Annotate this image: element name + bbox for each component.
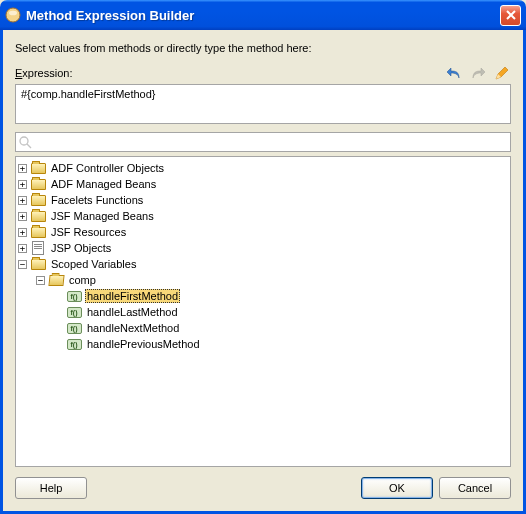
ok-button[interactable]: OK <box>361 477 433 499</box>
tree-node[interactable]: +JSP Objects <box>18 240 508 256</box>
undo-icon <box>446 65 462 81</box>
tree-node[interactable]: +ADF Managed Beans <box>18 176 508 192</box>
tree-node-label: ADF Controller Objects <box>49 161 166 175</box>
expression-toolbar <box>445 64 511 82</box>
tree-node[interactable]: −comp <box>18 272 508 288</box>
undo-button[interactable] <box>445 64 463 82</box>
tree-node[interactable]: f()handleLastMethod <box>18 304 508 320</box>
tree-node-label: ADF Managed Beans <box>49 177 158 191</box>
cancel-button[interactable]: Cancel <box>439 477 511 499</box>
folder-icon <box>30 210 46 223</box>
tree-node[interactable]: +ADF Controller Objects <box>18 160 508 176</box>
tree-panel[interactable]: +ADF Controller Objects+ADF Managed Bean… <box>15 156 511 467</box>
tree-node-label: Scoped Variables <box>49 257 138 271</box>
folder-icon <box>30 226 46 239</box>
tree-node-label: handleFirstMethod <box>85 289 180 303</box>
tree-node-label: JSF Resources <box>49 225 128 239</box>
toggle-spacer <box>54 308 63 317</box>
tree-node[interactable]: f()handlePreviousMethod <box>18 336 508 352</box>
folder-icon <box>30 194 46 207</box>
svg-point-1 <box>9 11 17 16</box>
method-icon: f() <box>66 306 82 319</box>
tree-node-label: JSF Managed Beans <box>49 209 156 223</box>
toggle-spacer <box>54 340 63 349</box>
close-icon <box>506 10 516 20</box>
tree-node-label: handleLastMethod <box>85 305 180 319</box>
pencil-icon <box>494 65 510 81</box>
redo-button[interactable] <box>469 64 487 82</box>
window-title: Method Expression Builder <box>26 8 500 23</box>
folder-open-icon <box>48 274 64 287</box>
expand-toggle[interactable]: + <box>18 164 27 173</box>
instruction-text: Select values from methods or directly t… <box>15 42 511 54</box>
search-input[interactable] <box>15 132 511 152</box>
tree-node-label: JSP Objects <box>49 241 113 255</box>
folder-icon <box>30 178 46 191</box>
tree-node[interactable]: +JSF Resources <box>18 224 508 240</box>
expand-toggle[interactable]: + <box>18 244 27 253</box>
expand-toggle[interactable]: + <box>18 228 27 237</box>
button-row: Help OK Cancel <box>15 477 511 499</box>
page-icon <box>30 242 46 255</box>
method-icon: f() <box>66 322 82 335</box>
tree-node[interactable]: f()handleNextMethod <box>18 320 508 336</box>
toggle-spacer <box>54 292 63 301</box>
edit-button[interactable] <box>493 64 511 82</box>
expand-toggle[interactable]: + <box>18 196 27 205</box>
help-button[interactable]: Help <box>15 477 87 499</box>
dialog-body: Select values from methods or directly t… <box>0 30 526 514</box>
close-button[interactable] <box>500 5 521 26</box>
expand-toggle[interactable]: + <box>18 180 27 189</box>
toggle-spacer <box>54 324 63 333</box>
method-icon: f() <box>66 290 82 303</box>
expression-input[interactable] <box>15 84 511 124</box>
redo-icon <box>470 65 486 81</box>
tree-node-label: Facelets Functions <box>49 193 145 207</box>
folder-icon <box>30 162 46 175</box>
tree-node[interactable]: +JSF Managed Beans <box>18 208 508 224</box>
tree-node-label: handlePreviousMethod <box>85 337 202 351</box>
tree-node-label: handleNextMethod <box>85 321 181 335</box>
expand-toggle[interactable]: + <box>18 212 27 221</box>
collapse-toggle[interactable]: − <box>18 260 27 269</box>
tree-node-label: comp <box>67 273 98 287</box>
collapse-toggle[interactable]: − <box>36 276 45 285</box>
app-icon <box>5 7 21 23</box>
object-tree: +ADF Controller Objects+ADF Managed Bean… <box>18 160 508 352</box>
method-icon: f() <box>66 338 82 351</box>
tree-node[interactable]: −Scoped Variables <box>18 256 508 272</box>
tree-node[interactable]: +Facelets Functions <box>18 192 508 208</box>
folder-icon <box>30 258 46 271</box>
titlebar[interactable]: Method Expression Builder <box>0 0 526 30</box>
expression-label: Expression: <box>15 67 445 79</box>
tree-node[interactable]: f()handleFirstMethod <box>18 288 508 304</box>
